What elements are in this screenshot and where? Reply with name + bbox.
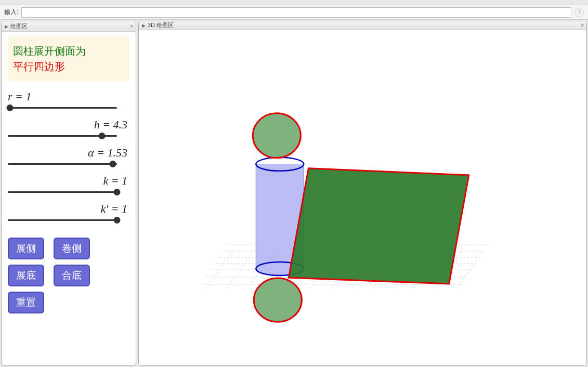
title-box: 圆柱展开侧面为 平行四边形: [8, 36, 129, 82]
unfold-base-button[interactable]: 展底: [8, 265, 44, 286]
close-icon[interactable]: ×: [580, 21, 584, 29]
3d-graphics-panel: ▶ 3D 绘图区 ×: [138, 21, 587, 366]
roll-side-button[interactable]: 卷侧: [54, 238, 90, 259]
input-label: 输入:: [4, 8, 18, 17]
bottom-circle: [254, 278, 302, 322]
title-line-2: 平行四边形: [13, 59, 124, 74]
graphics-panel: ▶ 绘图区 × 圆柱展开侧面为 平行四边形 r = 1 h = 4.3 α = …: [1, 21, 136, 366]
svg-line-7: [206, 252, 232, 288]
slider-kp-label: k′ = 1: [8, 202, 129, 216]
unfolded-side-parallelogram: [289, 168, 468, 284]
slider-k-label: k = 1: [8, 174, 129, 188]
fold-base-button[interactable]: 合底: [54, 265, 90, 286]
title-line-1: 圆柱展开侧面为: [13, 43, 124, 59]
chevron-right-icon: ▶: [142, 23, 146, 28]
slider-h[interactable]: h = 4.3: [8, 118, 129, 139]
top-toolbar: [0, 0, 588, 5]
slider-k[interactable]: k = 1: [8, 174, 129, 195]
3d-viewport[interactable]: [139, 30, 586, 366]
3d-panel-header[interactable]: ▶ 3D 绘图区 ×: [139, 21, 586, 30]
graphics-panel-title: 绘图区: [10, 22, 28, 30]
reset-button[interactable]: 重置: [8, 292, 44, 313]
close-icon[interactable]: ×: [129, 22, 134, 30]
main-area: ▶ 绘图区 × 圆柱展开侧面为 平行四边形 r = 1 h = 4.3 α = …: [0, 20, 588, 367]
unfold-side-button[interactable]: 展侧: [8, 238, 44, 259]
slider-r[interactable]: r = 1: [8, 90, 129, 111]
top-circle: [253, 113, 300, 158]
slider-alpha-label: α = 1.53: [8, 146, 129, 160]
graphics-panel-header[interactable]: ▶ 绘图区 ×: [2, 21, 136, 32]
button-grid: 展侧 卷侧 展底 合底 重置: [8, 238, 129, 313]
input-bar: 输入: ?: [0, 5, 588, 20]
chevron-right-icon: ▶: [5, 24, 8, 29]
slider-r-label: r = 1: [8, 90, 129, 103]
slider-alpha[interactable]: α = 1.53: [8, 146, 129, 167]
help-icon[interactable]: ?: [574, 8, 584, 17]
slider-kp[interactable]: k′ = 1: [8, 202, 129, 223]
3d-panel-title: 3D 绘图区: [148, 21, 174, 29]
command-input[interactable]: [21, 7, 571, 18]
3d-scene-svg: [139, 30, 586, 366]
graphics-panel-body: 圆柱展开侧面为 平行四边形 r = 1 h = 4.3 α = 1.53 k =…: [2, 32, 136, 318]
slider-h-label: h = 4.3: [8, 118, 129, 132]
